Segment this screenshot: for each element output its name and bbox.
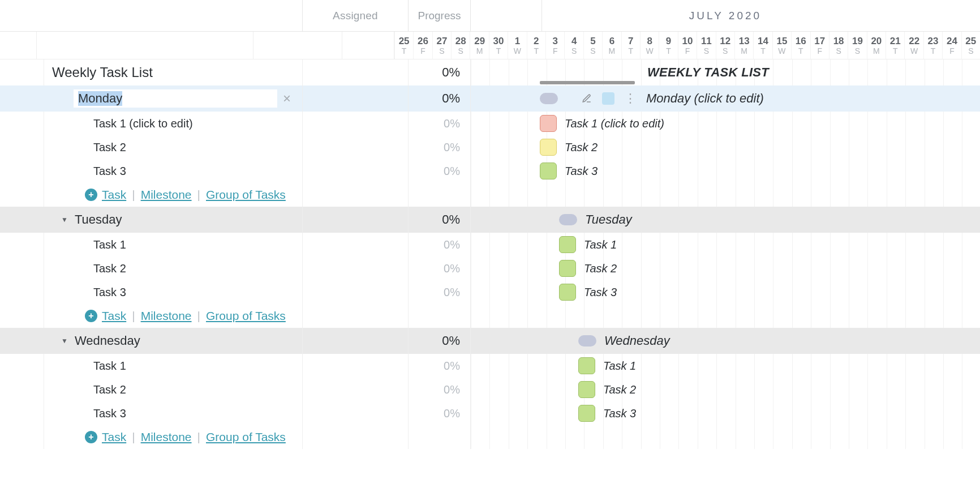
date-col: 2T bbox=[527, 32, 545, 59]
task-name[interactable]: Task 2 bbox=[93, 262, 126, 275]
task-row[interactable]: Task 3 0% Task 3 bbox=[0, 401, 980, 425]
group-gantt-label-monday[interactable]: Monday (click to edit) bbox=[646, 91, 764, 106]
group-name-tuesday[interactable]: Tuesday bbox=[75, 212, 122, 227]
task-name[interactable]: Task 2 bbox=[93, 141, 126, 154]
date-col: 9T bbox=[659, 32, 677, 59]
task-bar[interactable] bbox=[578, 357, 595, 374]
plus-circle-icon[interactable]: + bbox=[85, 431, 97, 443]
chevron-down-icon[interactable]: ▼ bbox=[61, 337, 68, 345]
task-name[interactable]: Task 3 bbox=[93, 407, 126, 420]
task-row[interactable]: Task 3 0% Task 3 bbox=[0, 280, 980, 304]
date-col: 14T bbox=[753, 32, 772, 59]
date-header: 25T26F27S28S29M30T1W2T3F4S5S6M7T8W9T10F1… bbox=[394, 32, 980, 59]
task-row[interactable]: Task 1 0% Task 1 bbox=[0, 354, 980, 378]
task-row[interactable]: Task 1 (click to edit) 0% Task 1 (click … bbox=[0, 112, 980, 135]
date-col: 16T bbox=[791, 32, 810, 59]
column-headers: Assigned Progress JULY 2020 bbox=[0, 0, 980, 32]
header-timeline: JULY 2020 bbox=[471, 0, 980, 31]
pencil-icon[interactable] bbox=[579, 91, 594, 106]
date-col: 26F bbox=[413, 32, 432, 59]
group-bar-wednesday[interactable] bbox=[578, 335, 596, 347]
group-bar-tuesday[interactable] bbox=[559, 214, 577, 225]
date-col: 25T bbox=[394, 32, 413, 59]
date-col: 17F bbox=[810, 32, 829, 59]
plus-circle-icon[interactable]: + bbox=[85, 310, 97, 322]
header-assigned[interactable]: Assigned bbox=[303, 0, 409, 31]
add-row: + Task | Milestone | Group of Tasks bbox=[0, 304, 980, 328]
date-col: 22W bbox=[904, 32, 923, 59]
date-col: 27S bbox=[432, 32, 451, 59]
date-col: 20M bbox=[867, 32, 886, 59]
more-dots-icon[interactable]: ⋮ bbox=[622, 91, 637, 106]
task-row[interactable]: Task 3 0% Task 3 bbox=[0, 159, 980, 183]
date-col: 5S bbox=[583, 32, 602, 59]
month-label: JULY 2020 bbox=[689, 10, 762, 22]
task-bar[interactable] bbox=[540, 115, 557, 132]
task-name[interactable]: Task 3 bbox=[93, 165, 126, 178]
group-gantt-label-tuesday: Tuesday bbox=[585, 212, 632, 227]
task-progress: 0% bbox=[444, 165, 460, 178]
date-col: 3F bbox=[545, 32, 564, 59]
task-gantt-label: Task 3 bbox=[603, 407, 636, 420]
date-col: 13M bbox=[734, 32, 753, 59]
task-name[interactable]: Task 1 (click to edit) bbox=[93, 117, 193, 130]
group-name-input[interactable] bbox=[74, 89, 277, 108]
color-swatch-icon[interactable] bbox=[601, 91, 616, 106]
close-icon[interactable]: × bbox=[283, 92, 291, 105]
task-bar[interactable] bbox=[578, 381, 595, 398]
group-name-wednesday[interactable]: Wednesday bbox=[75, 333, 140, 348]
add-milestone-link[interactable]: Milestone bbox=[141, 188, 192, 202]
plus-circle-icon[interactable]: + bbox=[85, 189, 97, 201]
add-task-link[interactable]: Task bbox=[102, 188, 126, 202]
group-row-monday[interactable]: × 0% ⋮ Monday (click to edit) bbox=[0, 85, 980, 112]
group-bar-monday[interactable] bbox=[540, 93, 558, 104]
task-progress: 0% bbox=[444, 360, 460, 373]
task-name[interactable]: Task 2 bbox=[93, 383, 126, 396]
task-name[interactable]: Task 3 bbox=[93, 286, 126, 299]
chevron-down-icon[interactable]: ▼ bbox=[61, 216, 68, 224]
date-col: 10F bbox=[678, 32, 697, 59]
task-bar[interactable] bbox=[540, 162, 557, 179]
project-summary-bar[interactable] bbox=[540, 81, 635, 84]
date-col: 8W bbox=[640, 32, 659, 59]
group-row-wednesday[interactable]: ▼ Wednesday 0% Wednesday bbox=[0, 328, 980, 354]
date-col: 12S bbox=[716, 32, 734, 59]
task-name[interactable]: Task 1 bbox=[93, 238, 126, 251]
date-col: 29M bbox=[470, 32, 488, 59]
add-milestone-link[interactable]: Milestone bbox=[141, 430, 192, 444]
task-progress: 0% bbox=[444, 286, 460, 299]
task-row[interactable]: Task 1 0% Task 1 bbox=[0, 233, 980, 256]
task-name[interactable]: Task 1 bbox=[93, 360, 126, 373]
date-col: 21T bbox=[886, 32, 904, 59]
task-progress: 0% bbox=[444, 238, 460, 251]
add-milestone-link[interactable]: Milestone bbox=[141, 309, 192, 323]
group-gantt-label-wednesday: Wednesday bbox=[604, 333, 670, 348]
add-group-link[interactable]: Group of Tasks bbox=[206, 309, 286, 323]
add-task-link[interactable]: Task bbox=[102, 430, 126, 444]
project-title[interactable]: Weekly Task List bbox=[52, 65, 153, 80]
date-col: 19S bbox=[848, 32, 866, 59]
add-task-link[interactable]: Task bbox=[102, 309, 126, 323]
date-col: 18S bbox=[829, 32, 848, 59]
add-group-link[interactable]: Group of Tasks bbox=[206, 430, 286, 444]
header-progress[interactable]: Progress bbox=[409, 0, 471, 31]
task-bar[interactable] bbox=[540, 139, 557, 156]
task-row[interactable]: Task 2 0% Task 2 bbox=[0, 378, 980, 401]
task-gantt-label: Task 2 bbox=[584, 262, 617, 275]
task-progress: 0% bbox=[444, 407, 460, 420]
task-bar[interactable] bbox=[578, 405, 595, 422]
group-row-tuesday[interactable]: ▼ Tuesday 0% Tuesday bbox=[0, 207, 980, 233]
task-row[interactable]: Task 2 0% Task 2 bbox=[0, 135, 980, 159]
task-bar[interactable] bbox=[559, 236, 576, 253]
date-col: 23T bbox=[923, 32, 942, 59]
task-bar[interactable] bbox=[559, 284, 576, 301]
task-progress: 0% bbox=[444, 262, 460, 275]
task-row[interactable]: Task 2 0% Task 2 bbox=[0, 256, 980, 280]
task-progress: 0% bbox=[444, 141, 460, 154]
task-gantt-label: Task 1 bbox=[603, 360, 636, 373]
add-group-link[interactable]: Group of Tasks bbox=[206, 188, 286, 202]
task-bar[interactable] bbox=[559, 260, 576, 277]
add-row: + Task | Milestone | Group of Tasks bbox=[0, 425, 980, 449]
date-col: 25S bbox=[961, 32, 980, 59]
group-progress-tuesday: 0% bbox=[442, 212, 460, 227]
